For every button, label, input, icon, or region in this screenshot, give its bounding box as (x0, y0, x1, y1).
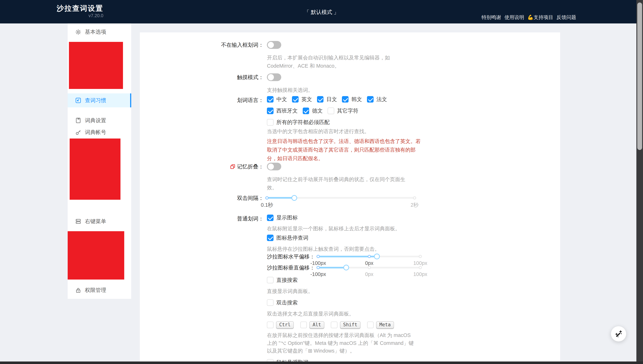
checkbox-all-chars-match[interactable]: 所有的字符都必须匹配 (267, 119, 330, 126)
setting-double-click-interval: 双击间隔： 0.1秒 2秒 (140, 195, 560, 202)
setting-description: 在鼠标附近显示一个图标，鼠标移上去后才显示词典面板。 (267, 224, 414, 233)
checkbox-direct-search[interactable]: 直接搜索 (267, 277, 298, 284)
checkbox-lang-french[interactable]: 法文 (367, 96, 387, 103)
checkbox-box[interactable] (300, 322, 307, 328)
setting-label: 沙拉图标水平偏移： (267, 254, 315, 260)
setting-select-languages: 划词语言： 中文 英文 日文 韩文 法文 西班牙文 德文 其它字符 (140, 96, 560, 163)
sidebar-nav: 基本选项 查词习惯 词典设置 词典帐号 右键菜单 (68, 24, 131, 299)
slider-mark-label[interactable]: 100px (413, 271, 427, 277)
touch-mode-toggle[interactable] (267, 73, 281, 81)
slider-handle[interactable] (374, 254, 380, 259)
link-support-project[interactable]: 💪支持项目 (527, 14, 553, 20)
icon-x-offset-slider[interactable]: -100px 0px 100px (318, 254, 420, 259)
hold-key-options: Ctrl Alt Shift Meta (267, 321, 560, 328)
icon-y-offset-slider[interactable]: -100px 0px 100px (318, 265, 420, 270)
setting-touch-mode: 触摸模式： 支持触摸相关选词。 (140, 73, 560, 94)
slider-mark-dot (413, 196, 416, 200)
app-header: 沙拉查词设置 v7.20.0 「 默认模式 」 特别鸣谢 使用说明 💪支持项目 … (0, 0, 643, 24)
setting-description: 直接显示词典面板。 (267, 287, 414, 296)
double-click-interval-slider[interactable]: 0.1秒 2秒 (267, 195, 414, 201)
link-acknowledgement[interactable]: 特别鸣谢 (482, 14, 501, 20)
slider-handle[interactable] (292, 195, 297, 201)
window-bottom-edge (0, 362, 643, 364)
checkbox-box[interactable] (342, 96, 348, 103)
checkbox-show-icon[interactable]: 显示图标 (267, 214, 298, 221)
checkbox-double-click-search[interactable]: 双击搜索 (267, 299, 298, 306)
checkbox-box[interactable] (267, 322, 274, 328)
checkbox-hold-shift[interactable]: Shift (331, 321, 360, 328)
sidebar-item-context-menus[interactable]: 右键菜单 (68, 215, 131, 228)
sidebar-item-permissions[interactable]: 权限管理 (68, 284, 131, 297)
setting-label: 双击间隔： (140, 194, 264, 202)
slider-mark-dot (419, 266, 422, 269)
checkbox-lang-others[interactable]: 其它字符 (328, 107, 358, 114)
checkbox-lang-korean[interactable]: 韩文 (342, 96, 362, 103)
checkbox-lang-german[interactable]: 德文 (303, 107, 323, 114)
checkbox-box[interactable] (328, 108, 334, 114)
checkbox-lang-chinese[interactable]: 中文 (267, 96, 287, 103)
sidebar-item-basic-options[interactable]: 基本选项 (68, 26, 131, 38)
checkbox-box[interactable] (267, 96, 274, 103)
checkbox-hold-alt[interactable]: Alt (300, 321, 324, 328)
sidebar-item-label: 词典设置 (85, 117, 106, 124)
checkbox-box[interactable] (267, 234, 274, 241)
sidebar-ad-banner-2[interactable] (70, 138, 120, 200)
checkbox-hold-meta[interactable]: Meta (367, 321, 394, 328)
sidebar-item-label: 权限管理 (85, 286, 106, 294)
checkbox-icon-hover-search[interactable]: 图标悬停查词 (267, 234, 308, 242)
slider-mark-label[interactable]: 0.1秒 (261, 202, 273, 208)
checkbox-box[interactable] (331, 322, 338, 328)
remember-fold-toggle[interactable] (267, 163, 281, 170)
checkbox-box[interactable] (367, 322, 374, 328)
kbd-shift: Shift (340, 321, 360, 328)
sidebar-item-dict-accounts[interactable]: 词典帐号 (68, 126, 131, 139)
setting-label: 普通划词： (140, 215, 264, 222)
checkbox-lang-japanese[interactable]: 日文 (317, 96, 337, 103)
checkbox-box[interactable] (367, 96, 374, 103)
slider-mark-label[interactable]: -100px (310, 271, 326, 277)
sidebar-item-label: 查词习惯 (85, 97, 106, 104)
lock-icon (75, 288, 81, 293)
saladict-options-window: 沙拉查词设置 v7.20.0 「 默认模式 」 特别鸣谢 使用说明 💪支持项目 … (0, 0, 643, 364)
kbd-meta: Meta (376, 321, 394, 328)
checkbox-hold-ctrl[interactable]: Ctrl (267, 321, 294, 328)
checkbox-box[interactable] (267, 277, 274, 284)
slider-mark-dot (265, 196, 268, 200)
checkbox-box[interactable] (267, 108, 274, 114)
setting-label: 不在输入框划词： (140, 41, 264, 49)
setting-description: 支持触摸相关选词。 (267, 86, 414, 94)
setting-remember-fold: 记忆折叠： 查词时记住之前手动展开与折叠词典的状态，仅在同个页面生效。 (140, 163, 560, 192)
checkbox-lang-spanish[interactable]: 西班牙文 (267, 107, 298, 114)
sidebar-ad-banner-3[interactable] (68, 231, 124, 280)
setting-description: 查词时记住之前手动展开与折叠词典的状态，仅在同个页面生效。 (267, 176, 414, 192)
slider-mark-label[interactable]: 0px (365, 271, 374, 277)
settings-panel: 不在输入框划词： 开启后，本扩展会自动识别输入框以及常见编辑器，如 CodeMi… (140, 32, 560, 364)
scrollbar-track[interactable] (636, 0, 643, 364)
sidebar-item-label: 词典帐号 (85, 129, 106, 136)
gear-icon (75, 29, 81, 35)
slider-mark-dot (419, 255, 422, 258)
checkbox-box[interactable] (317, 96, 324, 103)
scrollbar-thumb[interactable] (637, 2, 642, 150)
book-icon (75, 118, 81, 123)
setting-label: 沙拉图标垂直偏移： (267, 265, 315, 271)
setting-description: 双击选择文本之后直接显示词典面板。 (267, 310, 414, 318)
checkbox-box[interactable] (267, 300, 274, 306)
checkbox-box[interactable] (267, 214, 274, 221)
slider-fill (318, 267, 346, 268)
text-select-icon (75, 98, 81, 103)
sidebar-ad-banner-1[interactable] (69, 42, 123, 89)
link-instructions[interactable]: 使用说明 (504, 14, 524, 20)
no-inputbox-toggle[interactable] (267, 41, 281, 49)
slider-handle[interactable] (343, 265, 349, 270)
sidebar-item-search-habits[interactable]: 查词习惯 (68, 94, 131, 107)
magic-wand-fab-button[interactable] (611, 326, 626, 342)
slider-mark-label[interactable]: 2秒 (411, 202, 419, 208)
checkbox-box[interactable] (267, 119, 274, 126)
checkbox-lang-english[interactable]: 英文 (292, 96, 312, 103)
link-report-issue[interactable]: 反馈问题 (556, 14, 576, 20)
checkbox-box[interactable] (292, 96, 298, 103)
sidebar-item-label: 右键菜单 (85, 218, 106, 225)
checkbox-box[interactable] (303, 108, 309, 114)
sidebar-item-dictionaries[interactable]: 词典设置 (68, 114, 131, 127)
